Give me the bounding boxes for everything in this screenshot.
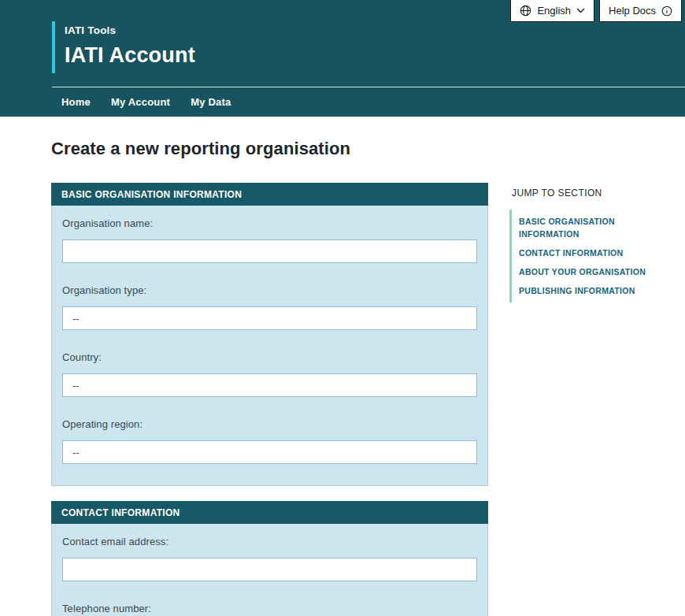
jump-link-publishing-information[interactable]: PUBLISHING INFORMATION <box>519 281 667 300</box>
jump-link-about-your-organisation[interactable]: ABOUT YOUR ORGANISATION <box>519 262 667 281</box>
chevron-down-icon <box>576 8 585 13</box>
page-title: Create a new reporting organisation <box>51 139 488 159</box>
jump-nav-list: BASIC ORGANISATION INFORMATION CONTACT I… <box>509 210 667 302</box>
site-header: English Help Docs IATI <box>0 0 685 117</box>
section-basic-organisation-information: BASIC ORGANISATION INFORMATION Organisat… <box>51 183 488 486</box>
field-telephone-number: Telephone number: <box>62 602 477 616</box>
country-label: Country: <box>62 351 477 364</box>
field-contact-email: Contact email address: <box>62 535 477 581</box>
nav-item-home[interactable]: Home <box>61 96 91 108</box>
field-operating-region: Operating region: -- <box>62 417 477 464</box>
content: Create a new reporting organisation BASI… <box>0 117 685 616</box>
contact-email-label: Contact email address: <box>62 535 477 548</box>
telephone-number-label: Telephone number: <box>62 602 477 615</box>
main-nav: Home My Account My Data <box>61 96 231 108</box>
field-organisation-name: Organisation name: <box>62 217 477 263</box>
organisation-type-select[interactable]: -- <box>62 306 477 330</box>
page: English Help Docs IATI <box>0 0 685 616</box>
info-icon <box>661 6 672 17</box>
language-button-label: English <box>537 5 571 17</box>
section-header: BASIC ORGANISATION INFORMATION <box>51 183 488 206</box>
brand-title: IATI Account <box>65 43 195 67</box>
operating-region-label: Operating region: <box>62 417 477 431</box>
contact-email-input[interactable] <box>62 558 477 581</box>
language-button[interactable]: English <box>510 0 594 22</box>
jump-nav-title: JUMP TO SECTION <box>512 187 667 199</box>
organisation-type-label: Organisation type: <box>62 284 477 297</box>
main-column: Create a new reporting organisation BASI… <box>51 139 488 616</box>
section-contact-information: CONTACT INFORMATION Contact email addres… <box>51 501 488 616</box>
country-select[interactable]: -- <box>62 373 477 397</box>
jump-link-contact-information[interactable]: CONTACT INFORMATION <box>519 243 667 262</box>
jump-nav: JUMP TO SECTION BASIC ORGANISATION INFOR… <box>509 139 667 616</box>
section-body: Organisation name: Organisation type: --… <box>51 206 488 486</box>
nav-item-my-account[interactable]: My Account <box>111 96 170 108</box>
brand: IATI Tools IATI Account <box>52 21 195 73</box>
field-organisation-type: Organisation type: -- <box>62 284 477 330</box>
operating-region-select[interactable]: -- <box>62 440 477 464</box>
nav-item-my-data[interactable]: My Data <box>191 96 231 108</box>
brand-eyebrow: IATI Tools <box>65 24 195 37</box>
help-docs-button[interactable]: Help Docs <box>599 0 682 22</box>
organisation-name-label: Organisation name: <box>62 217 477 230</box>
organisation-name-input[interactable] <box>62 239 477 263</box>
jump-link-basic-organisation-information[interactable]: BASIC ORGANISATION INFORMATION <box>519 212 667 243</box>
globe-icon <box>520 5 531 17</box>
section-body: Contact email address: Telephone number: <box>51 524 488 616</box>
top-buttons: English Help Docs <box>510 0 682 22</box>
section-header: CONTACT INFORMATION <box>51 501 488 524</box>
help-docs-button-label: Help Docs <box>609 5 656 17</box>
header-divider <box>52 87 685 87</box>
field-country: Country: -- <box>62 351 477 397</box>
